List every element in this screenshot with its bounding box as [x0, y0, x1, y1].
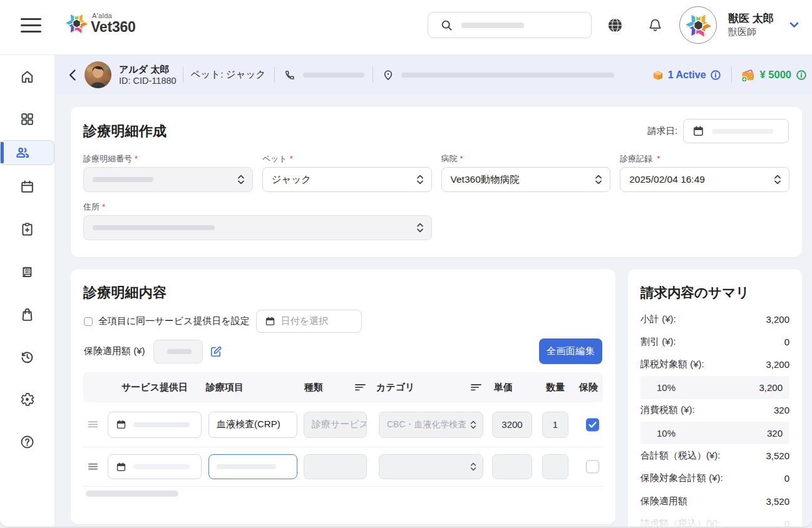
- vet360-flower-icon: [65, 11, 88, 36]
- select-chevrons-icon: [416, 174, 424, 185]
- settings-gear-icon: [19, 392, 35, 407]
- calendar-icon: [692, 125, 704, 137]
- shopping-bag-icon: [19, 307, 35, 322]
- statement-form-card: 診療明細作成 請求日: 診療明細番号: [71, 107, 802, 257]
- address-field-skeleton: [93, 225, 215, 230]
- receipt-icon: [19, 264, 35, 280]
- sidebar-item-invoices[interactable]: [0, 250, 54, 293]
- app-header: A'alda Vet360: [0, 0, 812, 55]
- back-chevron-icon[interactable]: [68, 69, 76, 81]
- sidebar-item-shop[interactable]: [0, 293, 54, 335]
- select-chevrons-icon: [773, 174, 782, 185]
- insurance-checkbox-checked[interactable]: [586, 418, 599, 431]
- insurance-amount-input[interactable]: [153, 340, 203, 363]
- col-insurance: 保険: [574, 372, 603, 402]
- insurance-edit-icon[interactable]: [210, 346, 222, 357]
- pet-name-label: ペット: ジャック: [191, 68, 266, 81]
- notifications-bell-icon[interactable]: [648, 18, 662, 33]
- select-chevrons-icon: [470, 420, 477, 430]
- fullscreen-edit-button[interactable]: 全画面編集: [539, 338, 602, 364]
- hospital-select[interactable]: Vet360動物病院: [441, 167, 611, 192]
- calendar-icon: [265, 316, 275, 327]
- unit-price-input[interactable]: [492, 454, 532, 479]
- details-title: 診療明細内容: [83, 283, 167, 302]
- sidebar-item-calendar[interactable]: [0, 165, 54, 208]
- sidebar-item-dashboard[interactable]: [0, 98, 54, 140]
- brand-logo: A'alda Vet360: [65, 11, 136, 36]
- date-picker-placeholder: 日付を選択: [281, 315, 328, 327]
- search-input[interactable]: [428, 12, 592, 38]
- patients-people-icon: [14, 145, 31, 161]
- location-pin-icon: [382, 68, 394, 81]
- quantity-input[interactable]: [542, 454, 568, 479]
- patient-owner-avatar: [85, 61, 111, 88]
- address-select[interactable]: [83, 215, 432, 240]
- drag-handle[interactable]: [88, 420, 98, 429]
- summary-row-billed-amount: 請求額（税込）(¥):0: [640, 513, 789, 527]
- sidebar-item-help[interactable]: [0, 420, 54, 463]
- dashboard-grid-icon: [19, 111, 35, 127]
- items-table-header: サービス提供日 診療項目 種類 カテゴリ 単価 数量 保険: [83, 372, 603, 402]
- statement-number-skeleton: [93, 177, 153, 182]
- sidebar-item-medical-records[interactable]: [0, 208, 54, 250]
- patient-owner-name: アルダ 太郎: [119, 63, 177, 75]
- pet-select[interactable]: ジャック: [262, 167, 432, 192]
- wallet-icon: [740, 68, 756, 83]
- quantity-input[interactable]: 1: [542, 412, 568, 438]
- brand-name-large: Vet360: [91, 19, 136, 34]
- address-skeleton: [401, 73, 614, 78]
- item-type-input[interactable]: 診療サービス: [304, 412, 367, 438]
- item-name-input[interactable]: 血液検査(CRP): [208, 412, 297, 438]
- field-label: 診療明細番号*: [83, 154, 253, 163]
- balance-info-icon[interactable]: [796, 70, 806, 80]
- loading-skeleton-bar: [86, 490, 178, 497]
- col-type: 種類: [304, 372, 342, 402]
- item-row: [83, 447, 603, 487]
- sidebar-item-history[interactable]: [0, 335, 54, 378]
- category-sort-icon[interactable]: [471, 372, 483, 402]
- patient-owner-id: ID: CID-11880: [119, 75, 177, 87]
- item-type-input[interactable]: [304, 454, 367, 479]
- summary-title: 請求内容のサマリ: [640, 283, 749, 302]
- item-name-input-focused[interactable]: [208, 454, 297, 479]
- search-icon: [440, 19, 453, 32]
- same-date-label: 全項目に同一サービス提供日を設定: [98, 315, 250, 327]
- type-sort-icon[interactable]: [355, 372, 367, 402]
- billing-date-input[interactable]: [683, 119, 789, 143]
- medical-record-select[interactable]: 2025/02/04 16:49: [620, 167, 789, 192]
- service-date-skeleton: [133, 422, 190, 427]
- app-window: A'alda Vet360: [0, 0, 812, 527]
- same-date-checkbox[interactable]: [84, 317, 93, 326]
- summary-row-tax-10pct: 10%320: [640, 422, 789, 444]
- menu-icon[interactable]: [21, 17, 41, 34]
- select-chevrons-icon: [237, 174, 245, 185]
- service-date-input[interactable]: [108, 454, 202, 479]
- field-label: ペット*: [262, 154, 432, 163]
- insurance-checkbox-unchecked[interactable]: [586, 460, 599, 474]
- billing-date-label: 請求日:: [647, 125, 677, 137]
- drag-handle[interactable]: [88, 462, 98, 471]
- user-menu[interactable]: 獣医 太郎 獣医師: [679, 6, 799, 44]
- language-globe-icon[interactable]: [607, 18, 623, 33]
- sidebar-item-settings[interactable]: [0, 378, 54, 420]
- calendar-icon: [116, 419, 126, 430]
- unit-price-input[interactable]: 3200: [492, 412, 532, 438]
- sidebar-item-patients[interactable]: [0, 140, 54, 165]
- bulk-date-picker[interactable]: 日付を選択: [256, 310, 362, 333]
- service-date-input[interactable]: [108, 412, 202, 438]
- home-icon: [19, 69, 35, 84]
- item-category-select[interactable]: [379, 454, 483, 479]
- phone-skeleton: [303, 73, 364, 78]
- select-chevrons-icon: [470, 462, 477, 472]
- search-placeholder-skeleton: [461, 23, 524, 28]
- user-name: 獣医 太郎: [728, 12, 782, 26]
- summary-row-discount: 割引 (¥):0: [640, 330, 789, 353]
- sidebar-nav: [0, 55, 55, 527]
- active-info-icon[interactable]: [711, 70, 721, 80]
- summary-row-insured-total: 保険対象合計額 (¥):0: [640, 467, 789, 490]
- user-avatar: [679, 6, 717, 44]
- statement-number-select[interactable]: [83, 167, 253, 192]
- sidebar-item-home[interactable]: [0, 55, 54, 98]
- field-label: 診療記録*: [620, 154, 789, 163]
- item-category-select[interactable]: CBC・血液化学検査: [379, 412, 483, 438]
